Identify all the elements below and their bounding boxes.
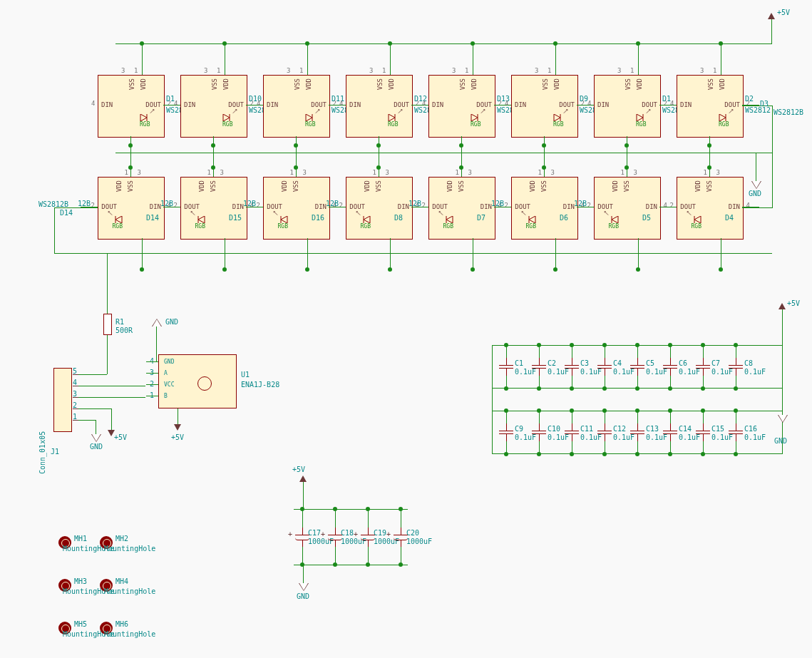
junction — [734, 343, 738, 347]
led-pin1: 1 — [704, 169, 707, 176]
led-vss-label: VSS — [458, 180, 465, 192]
led-vdd-label: VDD — [529, 180, 536, 192]
wire-5v-top — [771, 19, 772, 43]
wire-led-vss — [544, 145, 545, 177]
cap-ref-C4: C4 — [613, 359, 622, 367]
junction — [602, 386, 607, 391]
led-vss-label: VSS — [625, 78, 632, 90]
led-arrow-icon — [352, 209, 362, 216]
junction — [719, 41, 723, 46]
led-vss-label: VSS — [707, 78, 714, 90]
j1-ref: J1 — [51, 448, 59, 456]
junction — [701, 343, 705, 347]
led-din-label: DIN — [267, 101, 278, 108]
led-vdd-label: VDD — [281, 180, 288, 192]
wire-gnd-mid-right — [756, 153, 756, 181]
wire-led-vdd — [390, 43, 391, 75]
led-arrow-icon — [314, 107, 324, 114]
led-vss-label: VSS — [375, 180, 382, 192]
led-bot-ref: D16 — [312, 214, 324, 222]
junction — [602, 452, 607, 456]
led-rgb-text: RGB — [526, 223, 536, 230]
led-pin1: 1 — [630, 67, 634, 74]
cap-val-C5: 0.1uF — [646, 368, 667, 376]
wire-led-vss — [709, 145, 710, 177]
junction — [635, 408, 639, 413]
resistor-r1 — [103, 314, 112, 335]
led-pin1: 1 — [125, 169, 128, 176]
led-pin1: 1 — [456, 169, 459, 176]
junction — [635, 386, 639, 391]
junction — [222, 267, 227, 272]
led-pin1: 1 — [290, 169, 294, 176]
wire-led-vdd — [225, 238, 225, 269]
r1-ref: R1 — [115, 318, 124, 326]
junction — [471, 41, 475, 46]
wire-j1p1 — [78, 420, 96, 421]
led-pin1: 1 — [465, 67, 468, 74]
led-pin3: 3 — [220, 169, 224, 176]
wire-led-vdd — [638, 238, 639, 269]
junction — [734, 452, 738, 456]
wire-j1p2 — [78, 408, 111, 409]
led-din-label: DIN — [432, 101, 443, 108]
led-bot-ref: D7 — [477, 214, 485, 222]
led-pin4: 4 — [91, 100, 95, 107]
led-din-label: DIN — [646, 203, 657, 210]
u1-gnd: GND — [164, 359, 174, 365]
junction — [140, 41, 144, 46]
led-vdd-label: VDD — [553, 78, 560, 90]
led-pin4: 4 — [257, 100, 260, 107]
led-pin1: 1 — [548, 67, 551, 74]
led-arrow-icon — [435, 209, 445, 216]
wire-r1-down — [107, 335, 108, 374]
wire-led-vdd — [638, 43, 639, 75]
led-d3-ref: D3 — [760, 100, 769, 108]
led-rgb-text: RGB — [443, 223, 453, 230]
led-arrow-icon — [269, 209, 279, 216]
led-D8: VDD VSS DIN DOUT RGB 4 2 1 3 — [346, 177, 413, 240]
led-vss-label: VSS — [459, 78, 466, 90]
led-pin2: 2 — [422, 202, 426, 209]
led-arrow-icon — [231, 107, 241, 114]
junction — [719, 267, 723, 272]
u1-a: A — [164, 370, 168, 376]
cap-val-C13: 0.1uF — [646, 433, 667, 441]
junction — [668, 343, 672, 347]
led-din-label: DIN — [563, 203, 575, 210]
led-pin1: 1 — [299, 67, 303, 74]
junction — [570, 452, 574, 456]
connector-j1 — [53, 368, 72, 432]
led-rgb-icon — [361, 215, 371, 222]
junction — [701, 452, 705, 456]
wire-led-vdd — [721, 238, 721, 269]
cap-val-C4: 0.1uF — [613, 368, 634, 376]
schematic-canvas: +5V GND /*placeholder to keep structure … — [0, 0, 812, 658]
led-arrow-icon — [396, 107, 406, 114]
led-rgb-icon — [526, 215, 536, 222]
cap-ref-C5: C5 — [646, 359, 654, 367]
junction — [388, 41, 392, 46]
led-D15: VDD VSS DIN DOUT RGB 4 2 1 3 — [180, 177, 247, 240]
rail-5v-top — [115, 43, 772, 44]
cap-ref-C1: C1 — [515, 359, 523, 367]
led-vdd-label: VDD — [471, 78, 478, 90]
led-din-label: DIN — [729, 203, 740, 210]
led-pin3: 3 — [138, 169, 141, 176]
rail-gnd-mid — [115, 153, 772, 153]
wire-left-down — [107, 253, 108, 314]
led-pin3: 3 — [369, 67, 373, 74]
led-vdd-label: VDD — [305, 78, 312, 90]
junction — [701, 386, 705, 391]
led-bot-ref: D14 — [146, 214, 159, 222]
wire-u1-gnd-up — [156, 341, 157, 362]
cap-val-C3: 0.1uF — [580, 368, 602, 376]
junction — [602, 343, 607, 347]
led-rgb-icon — [113, 215, 123, 222]
led-arrow-icon — [600, 209, 610, 216]
junction — [734, 386, 738, 391]
led-din-label: DIN — [184, 101, 195, 108]
gnd-label-mid-right: GND — [749, 190, 761, 197]
junction — [333, 562, 337, 567]
led-arrow-icon — [148, 107, 158, 114]
